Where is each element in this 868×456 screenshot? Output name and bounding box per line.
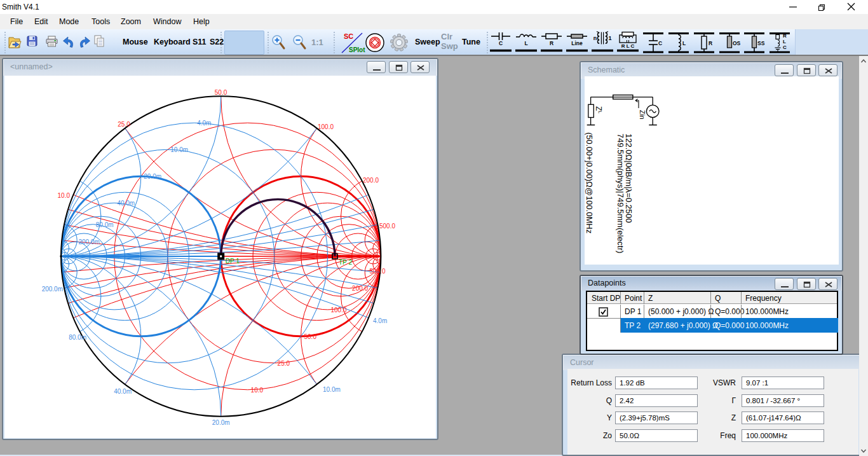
svg-text:L: L bbox=[682, 40, 686, 46]
svg-text:4.0m: 4.0m bbox=[373, 317, 387, 324]
svg-text:10.0: 10.0 bbox=[251, 387, 264, 394]
svg-text:20.0m: 20.0m bbox=[212, 419, 230, 426]
svg-text:500.0: 500.0 bbox=[379, 223, 395, 230]
svg-text:200.0m: 200.0m bbox=[42, 286, 63, 293]
svg-text:100.0: 100.0 bbox=[318, 123, 334, 130]
svg-text:R: R bbox=[709, 40, 712, 46]
svg-text:SPlot: SPlot bbox=[349, 46, 365, 53]
svg-text:40.0m: 40.0m bbox=[117, 200, 135, 207]
svg-text:(50.00+j0.00)Ω@100.0MHz: (50.00+j0.00)Ω@100.0MHz bbox=[585, 132, 594, 233]
svg-text:10.0m: 10.0m bbox=[170, 146, 188, 153]
svg-text:200.0m: 200.0m bbox=[78, 238, 99, 245]
svg-text:L: L bbox=[597, 111, 603, 114]
svg-text:DP 1: DP 1 bbox=[226, 258, 240, 265]
svg-text:SS: SS bbox=[757, 40, 765, 46]
svg-text:500.0: 500.0 bbox=[370, 268, 386, 275]
svg-text:100.0: 100.0 bbox=[331, 307, 347, 314]
svg-text:L: L bbox=[783, 39, 786, 45]
svg-text:10.0m: 10.0m bbox=[323, 386, 341, 393]
svg-text:Line: Line bbox=[571, 40, 583, 46]
svg-text:1: 1 bbox=[608, 35, 611, 41]
svg-text:10.0: 10.0 bbox=[58, 192, 71, 199]
svg-text:200.0: 200.0 bbox=[352, 285, 368, 292]
svg-text:n: n bbox=[593, 35, 597, 41]
svg-text:C: C bbox=[783, 45, 787, 50]
svg-text:122.0Ω|0dB/m|λ=0.2500: 122.0Ω|0dB/m|λ=0.2500 bbox=[624, 134, 634, 223]
svg-text:SC: SC bbox=[344, 32, 353, 40]
svg-text:80.0m: 80.0m bbox=[69, 334, 86, 341]
svg-text:L: L bbox=[524, 40, 527, 46]
svg-text:25.0: 25.0 bbox=[118, 121, 130, 128]
svg-text:C: C bbox=[499, 40, 503, 46]
svg-text:R L C: R L C bbox=[621, 43, 635, 49]
svg-text:50.0: 50.0 bbox=[215, 89, 227, 96]
svg-text:25.0: 25.0 bbox=[278, 360, 290, 367]
svg-text:R: R bbox=[783, 33, 787, 39]
svg-text:C: C bbox=[658, 40, 662, 46]
svg-text:80.0m: 80.0m bbox=[96, 221, 114, 228]
svg-text:Zin: Zin bbox=[639, 110, 646, 120]
svg-text:50.0: 50.0 bbox=[304, 333, 317, 340]
svg-text:TP 2: TP 2 bbox=[339, 259, 352, 266]
svg-text:200.0: 200.0 bbox=[363, 177, 379, 184]
svg-text:R: R bbox=[550, 40, 553, 46]
svg-text:40.0m: 40.0m bbox=[114, 388, 132, 395]
svg-text:4.0m: 4.0m bbox=[197, 120, 211, 127]
svg-text:20.0m: 20.0m bbox=[144, 173, 161, 180]
svg-text:OS: OS bbox=[733, 40, 741, 46]
